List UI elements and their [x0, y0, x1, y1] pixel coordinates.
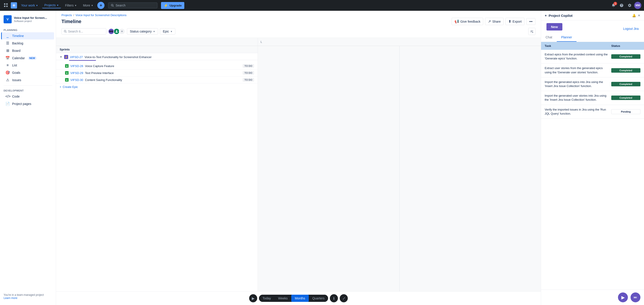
story-row-vifsd30[interactable]: ▲ VIFSD-30 Content Saving Functionality …: [56, 76, 258, 84]
logout-button[interactable]: Logout Jira: [623, 27, 638, 30]
breadcrumb-project-link[interactable]: Voice Input for Screenshot Descriptions: [76, 14, 127, 17]
nav-your-work[interactable]: Your work ▼: [19, 3, 40, 8]
sidebar-item-timeline[interactable]: ⎯ Timeline: [1, 32, 54, 40]
sidebar-item-project-pages[interactable]: 📄 Project pages: [2, 100, 54, 108]
story-name-28: Voice Capture Feature: [85, 64, 241, 68]
svg-point-7: [64, 30, 66, 32]
epic-id[interactable]: VIFSD-27: [70, 56, 83, 59]
sidebar-item-board[interactable]: ⊞ Board: [2, 47, 54, 54]
weeks-button[interactable]: Weeks: [274, 295, 291, 302]
task-text-4: Verify the imported issues in Jira using…: [545, 108, 610, 116]
copilot-header: ● Project Copilot 🔔 ✕: [541, 11, 644, 20]
view-settings-button[interactable]: [528, 28, 536, 35]
pages-icon: 📄: [6, 102, 10, 106]
create-epic-button[interactable]: + Create Epic: [56, 84, 258, 90]
story-row-vifsd28[interactable]: ▲ VIFSD-28 Voice Capture Feature TO DO: [56, 62, 258, 70]
epic-icon: ⚡: [64, 55, 68, 59]
app-logo[interactable]: [11, 2, 17, 8]
board-icon: ⊞: [6, 48, 10, 53]
search-icon: [111, 4, 114, 7]
timeline-info-button[interactable]: ℹ: [330, 294, 338, 302]
story-id-28[interactable]: VIFSD-28: [70, 64, 83, 68]
task-status-2: Completed: [611, 82, 640, 86]
main-content: Projects / Voice Input for Screenshot De…: [56, 11, 541, 305]
search-field-icon: [64, 30, 67, 33]
epic-row[interactable]: ▼ ⚡ VIFSD-27 Voice-to-Text Functionality…: [56, 53, 258, 60]
project-type: Software project: [14, 20, 47, 22]
share-button[interactable]: ↗ Share: [485, 18, 504, 25]
task-list: Task Status Extract epics from the provi…: [541, 42, 644, 290]
help-button[interactable]: [618, 2, 625, 9]
copilot-close-icon[interactable]: ✕: [638, 14, 640, 17]
user-avatar[interactable]: MM: [634, 2, 641, 9]
copilot-panel: ● Project Copilot 🔔 ✕ New Logout Jira Ch…: [541, 11, 644, 305]
sidebar-item-calendar[interactable]: 📅 Calendar NEW: [2, 54, 54, 62]
story-row-vifsd29[interactable]: ▲ VIFSD-29 Text Preview Interface TO DO: [56, 70, 258, 76]
help-icon: [620, 3, 624, 8]
search-input[interactable]: [116, 4, 154, 7]
settings-icon: [628, 3, 632, 8]
upgrade-button[interactable]: ⚡ Upgrade: [161, 2, 184, 9]
sidebar-item-goals[interactable]: 🎯 Goals: [2, 69, 54, 76]
search-field[interactable]: [62, 28, 106, 34]
sidebar-item-issues[interactable]: ⚠ Issues: [2, 76, 54, 84]
story-name-29: Text Preview Interface: [85, 71, 241, 75]
export-icon: ⬆: [508, 19, 511, 24]
story-id-29[interactable]: VIFSD-29: [70, 71, 83, 75]
add-people-button[interactable]: +: [119, 28, 125, 34]
timeline-expand-button[interactable]: ⤢: [340, 294, 348, 302]
tab-planner[interactable]: Planner: [557, 33, 576, 42]
timeline-nav-prev-button[interactable]: ▶: [249, 294, 257, 302]
timeline-toolbar: MM + Status category ▼ Epic ▼: [56, 25, 541, 38]
top-nav: Your work ▼ Projects ▼ Filters ▼ More ▼ …: [0, 0, 644, 11]
sidebar: V Voice Input for Screen... Software pro…: [0, 11, 56, 305]
task-row-2: Import the generated epics into Jira usi…: [541, 77, 644, 91]
sidebar-item-backlog[interactable]: ☰ Backlog: [2, 40, 54, 47]
calendar-new-badge: NEW: [28, 56, 36, 60]
status-col-header: Status: [611, 44, 640, 48]
grid-icon[interactable]: [3, 2, 9, 9]
story-name-30: Content Saving Functionality: [85, 78, 241, 82]
svg-line-6: [113, 6, 114, 7]
breadcrumb-projects-link[interactable]: Projects: [62, 14, 72, 17]
export-button[interactable]: ⬆ Export: [506, 18, 524, 25]
copilot-bell-icon[interactable]: 🔔: [632, 14, 636, 17]
nav-projects[interactable]: Projects ▼: [42, 2, 61, 8]
timeline-search-input[interactable]: [68, 30, 104, 33]
create-button[interactable]: +: [97, 2, 104, 9]
search-box[interactable]: [108, 2, 158, 8]
skip-button[interactable]: ⏭: [630, 292, 640, 302]
title-actions: 📢 Give feedback ↗ Share ⬆ Export •••: [452, 18, 536, 25]
status-category-filter[interactable]: Status category ▼: [127, 28, 158, 34]
code-icon: </>: [6, 94, 10, 98]
copilot-title: Project Copilot: [549, 14, 630, 18]
epic-name: Voice-to-Text Functionality for Screensh…: [84, 56, 152, 59]
quarters-button[interactable]: Quarters: [309, 295, 328, 302]
nav-more[interactable]: More ▼: [81, 3, 96, 8]
epic-filter[interactable]: Epic ▼: [160, 28, 175, 34]
copilot-top-bar: New Logout Jira: [541, 20, 644, 33]
play-button[interactable]: ▶: [618, 292, 628, 302]
more-options-button[interactable]: •••: [526, 18, 536, 25]
tab-chat[interactable]: Chat: [541, 33, 557, 42]
copilot-new-button[interactable]: New: [546, 23, 562, 30]
months-button[interactable]: Months: [291, 295, 309, 302]
nav-filters[interactable]: Filters ▼: [63, 3, 79, 8]
task-table-header: Task Status: [541, 42, 644, 50]
today-button[interactable]: Today: [259, 295, 274, 302]
planning-section-label: PLANNING: [0, 27, 56, 32]
sidebar-item-list[interactable]: ≡ List: [2, 62, 54, 69]
view-mode-group: Today Weeks Months Quarters: [259, 295, 328, 302]
ellipsis-icon: •••: [529, 20, 532, 23]
story-id-30[interactable]: VIFSD-30: [70, 78, 83, 82]
task-status-4: Pending: [611, 109, 640, 114]
give-feedback-button[interactable]: 📢 Give feedback: [452, 18, 484, 25]
settings-button[interactable]: [626, 2, 633, 9]
project-name: Voice Input for Screen...: [14, 16, 47, 20]
backlog-icon: ☰: [6, 41, 10, 45]
notifications-button[interactable]: 3: [610, 2, 617, 9]
svg-point-9: [116, 30, 117, 32]
sidebar-item-code[interactable]: </> Code: [2, 93, 54, 100]
learn-more-link[interactable]: Learn more: [4, 296, 17, 300]
epic-expand-button[interactable]: ▼: [60, 56, 62, 58]
